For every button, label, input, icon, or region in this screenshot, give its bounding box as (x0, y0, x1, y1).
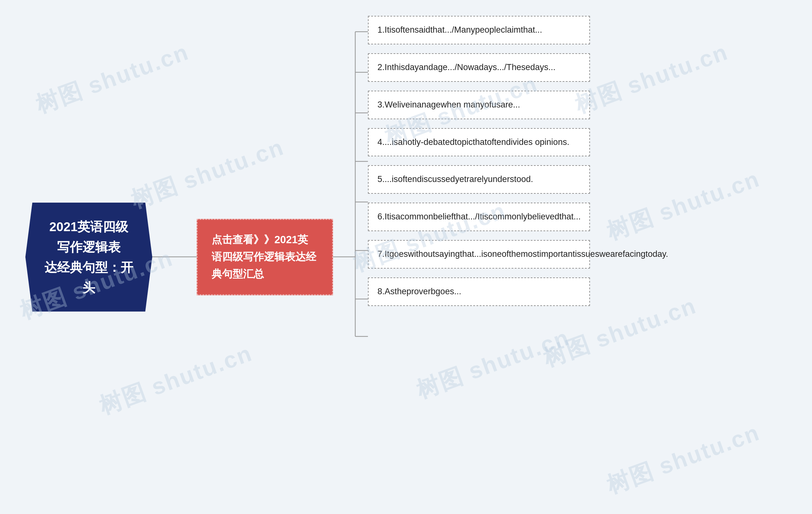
watermark-7: 树图 shutu.cn (412, 322, 574, 406)
right-node-3: 3.Weliveinanagewhen manyofusare... (368, 91, 590, 119)
mind-map-layout: 2021英语四级写作逻辑表 达经典句型：开头 点击查看》》2021英语四级写作逻… (0, 0, 812, 514)
right-node-6: 6.Itisacommonbeliefthat.../Itiscommonlyb… (368, 203, 590, 231)
watermark-9: 树图 shutu.cn (602, 163, 764, 247)
root-node: 2021英语四级写作逻辑表 达经典句型：开头 (25, 203, 152, 312)
right-node-7: 7.Itgoeswithoutsayingthat...isoneofthemo… (368, 240, 590, 269)
right-nodes-container: 1.Itisoftensaidthat.../Manypeopleclaimth… (368, 16, 590, 306)
node-3-text: 3.Weliveinanagewhen manyofusare... (377, 100, 520, 110)
node-8-text: 8.Astheproverbgoes... (377, 286, 461, 296)
root-line2: 达经典句型：开头 (45, 260, 133, 295)
watermark-11: 树图 shutu.cn (602, 417, 764, 501)
right-node-2: 2.Inthisdayandage.../Nowadays.../Theseda… (368, 53, 590, 82)
node-5-text: 5....isoftendiscussedyetrarelyunderstood… (377, 174, 533, 184)
right-node-8: 8.Astheproverbgoes... (368, 277, 590, 306)
node-2-text: 2.Inthisdayandage.../Nowadays.../Theseda… (377, 62, 555, 72)
right-node-4: 4....isahotly-debatedtopicthatoftendivid… (368, 128, 590, 157)
right-node-1: 1.Itisoftensaidthat.../Manypeopleclaimth… (368, 16, 590, 44)
root-line1: 2021英语四级写作逻辑表 (50, 220, 128, 254)
center-text: 点击查看》》2021英语四级写作逻辑表达经典句型汇总 (211, 234, 316, 280)
watermark-4: 树图 shutu.cn (95, 338, 257, 422)
node-7-text: 7.Itgoeswithoutsayingthat...isoneofthemo… (377, 249, 668, 259)
right-node-5: 5....isoftendiscussedyetrarelyunderstood… (368, 165, 590, 194)
node-6-text: 6.Itisacommonbeliefthat.../Itiscommonlyb… (377, 212, 581, 221)
watermark-1: 树图 shutu.cn (31, 37, 193, 120)
watermark-8: 树图 shutu.cn (571, 37, 732, 120)
center-node[interactable]: 点击查看》》2021英语四级写作逻辑表达经典句型汇总 (197, 219, 333, 295)
node-1-text: 1.Itisoftensaidthat.../Manypeopleclaimth… (377, 25, 542, 35)
node-4-text: 4....isahotly-debatedtopicthatoftendivid… (377, 137, 569, 147)
